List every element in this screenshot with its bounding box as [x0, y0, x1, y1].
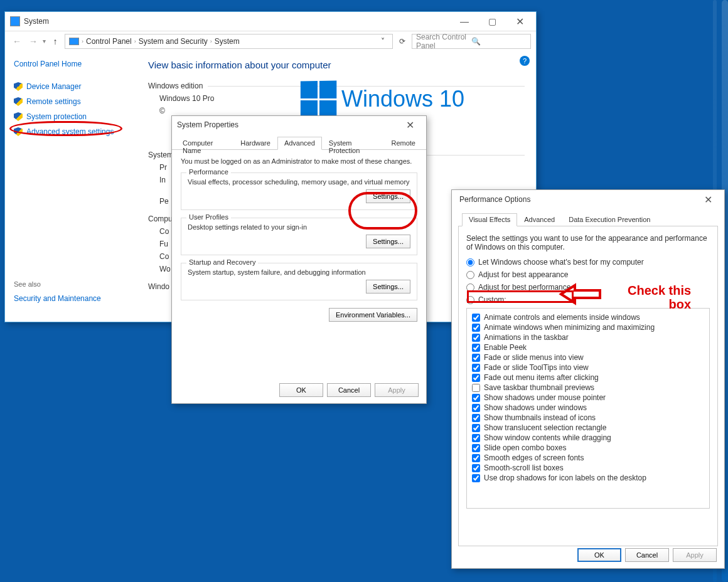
visual-effects-checklist[interactable]: Animate controls and elements inside win… [466, 308, 710, 509]
checkbox-label: Fade or slide menus into view [484, 353, 584, 362]
chevron-right-icon: › [210, 38, 212, 45]
checkbox-input[interactable] [472, 314, 480, 322]
up-button[interactable]: ↑ [48, 36, 62, 46]
checklist-item[interactable]: Slide open combo boxes [472, 443, 704, 453]
checkbox-input[interactable] [472, 434, 480, 442]
see-also-label: See also [14, 280, 128, 288]
checklist-item[interactable]: Animations in the taskbar [472, 332, 704, 342]
forward-button[interactable]: → [26, 36, 40, 46]
checkbox-label: Show window contents while dragging [484, 433, 611, 442]
checkbox-label: Use drop shadows for icon labels on the … [484, 474, 646, 482]
checkbox-input[interactable] [472, 444, 480, 452]
checkbox-input[interactable] [472, 354, 480, 362]
chevron-right-icon: › [134, 38, 136, 45]
tab-visual-effects[interactable]: Visual Effects [462, 213, 517, 226]
system-titlebar[interactable]: System — ▢ ✕ [5, 12, 536, 31]
checklist-item[interactable]: Enable Peek [472, 342, 704, 352]
help-icon[interactable]: ? [520, 56, 530, 66]
checklist-item[interactable]: Animate windows when minimizing and maxi… [472, 322, 704, 332]
radio-let-windows[interactable]: Let Windows choose what's best for my co… [466, 258, 710, 267]
checkbox-input[interactable] [472, 424, 480, 432]
tab-advanced[interactable]: Advanced [517, 213, 562, 226]
tab-dep[interactable]: Data Execution Prevention [562, 213, 657, 226]
checklist-item[interactable]: Animate controls and elements inside win… [472, 312, 704, 322]
tab-advanced[interactable]: Advanced [277, 137, 322, 150]
checklist-item[interactable]: Save taskbar thumbnail previews [472, 383, 704, 393]
cancel-button[interactable]: Cancel [625, 548, 669, 562]
radio-input[interactable] [466, 271, 474, 279]
breadcrumb-part[interactable]: System [215, 37, 240, 46]
ok-button[interactable]: OK [577, 548, 621, 562]
radio-input[interactable] [466, 258, 474, 267]
radio-best-appearance[interactable]: Adjust for best appearance [466, 270, 710, 279]
refresh-button[interactable]: ⟳ [395, 37, 409, 46]
checklist-item[interactable]: Smooth edges of screen fonts [472, 453, 704, 463]
tab-system-protection[interactable]: System Protection [322, 137, 385, 150]
checkbox-input[interactable] [472, 404, 480, 412]
checkbox-input[interactable] [472, 344, 480, 352]
address-dropdown[interactable]: ˅ [377, 37, 388, 46]
checkbox-input[interactable] [472, 374, 480, 382]
control-panel-home-link[interactable]: Control Panel Home [14, 60, 128, 68]
tab-computer-name[interactable]: Computer Name [176, 137, 233, 150]
history-dropdown[interactable]: ▾ [43, 38, 46, 45]
close-button[interactable]: ✕ [694, 191, 722, 208]
checkbox-input[interactable] [472, 384, 480, 392]
checklist-item[interactable]: Smooth-scroll list boxes [472, 463, 704, 473]
checkbox-input[interactable] [472, 454, 480, 462]
radio-label: Let Windows choose what's best for my co… [478, 258, 644, 267]
ok-button[interactable]: OK [279, 383, 323, 397]
checklist-item[interactable]: Show window contents while dragging [472, 433, 704, 443]
checkbox-label: Animate windows when minimizing and maxi… [484, 323, 655, 332]
sidebar-link-label: Remote settings [26, 97, 81, 106]
close-button[interactable]: ✕ [396, 117, 424, 133]
search-input[interactable]: Search Control Panel 🔍 [412, 34, 531, 49]
checklist-item[interactable]: Use drop shadows for icon labels on the … [472, 473, 704, 483]
perf-titlebar[interactable]: Performance Options ✕ [452, 190, 724, 209]
checklist-item[interactable]: Fade or slide ToolTips into view [472, 362, 704, 373]
apply-button[interactable]: Apply [673, 548, 717, 562]
sidebar-link-remote-settings[interactable]: Remote settings [14, 97, 128, 106]
user-profiles-settings-button[interactable]: Settings... [366, 235, 410, 248]
checkbox-input[interactable] [472, 394, 480, 402]
search-icon: 🔍 [471, 37, 527, 46]
close-button[interactable]: ✕ [506, 13, 533, 29]
sidebar-link-system-protection[interactable]: System protection [14, 112, 128, 121]
props-titlebar[interactable]: System Properties ✕ [172, 116, 426, 134]
tab-remote[interactable]: Remote [384, 137, 422, 150]
environment-variables-button[interactable]: Environment Variables... [329, 308, 417, 322]
checkbox-input[interactable] [472, 464, 480, 472]
breadcrumb-part[interactable]: Control Panel [86, 37, 132, 46]
checklist-item[interactable]: Show shadows under windows [472, 403, 704, 413]
checklist-item[interactable]: Fade out menu items after clicking [472, 373, 704, 383]
checklist-item[interactable]: Show translucent selection rectangle [472, 423, 704, 433]
checkbox-label: Slide open combo boxes [484, 443, 566, 452]
address-bar[interactable]: › Control Panel › System and Security › … [65, 34, 393, 49]
tab-hardware[interactable]: Hardware [233, 137, 277, 150]
checkbox-input[interactable] [472, 474, 480, 482]
checklist-item[interactable]: Show shadows under mouse pointer [472, 393, 704, 403]
cancel-button[interactable]: Cancel [327, 383, 371, 397]
maximize-button[interactable]: ▢ [478, 13, 506, 29]
startup-settings-button[interactable]: Settings... [366, 280, 410, 294]
group-title: Startup and Recovery [186, 258, 258, 266]
back-button[interactable]: ← [10, 36, 24, 46]
checkbox-input[interactable] [472, 364, 480, 372]
sidebar-link-label: Device Manager [26, 82, 81, 91]
apply-button[interactable]: Apply [375, 383, 419, 397]
checkbox-label: Smooth-scroll list boxes [484, 463, 564, 472]
checkbox-label: Enable Peek [484, 343, 527, 352]
sidebar-link-device-manager[interactable]: Device Manager [14, 82, 128, 91]
checkbox-input[interactable] [472, 334, 480, 342]
breadcrumb-part[interactable]: System and Security [139, 37, 208, 46]
checklist-item[interactable]: Fade or slide menus into view [472, 352, 704, 362]
checkbox-input[interactable] [472, 324, 480, 332]
chevron-right-icon: › [82, 38, 83, 45]
sidebar-link-label: System protection [26, 112, 87, 121]
sidebar-link-security-maintenance[interactable]: Security and Maintenance [14, 294, 128, 303]
perf-title: Performance Options [457, 195, 694, 204]
minimize-button[interactable]: — [451, 13, 478, 29]
perf-intro: Select the settings you want to use for … [466, 234, 710, 251]
checkbox-input[interactable] [472, 414, 480, 422]
checklist-item[interactable]: Show thumbnails instead of icons [472, 413, 704, 423]
